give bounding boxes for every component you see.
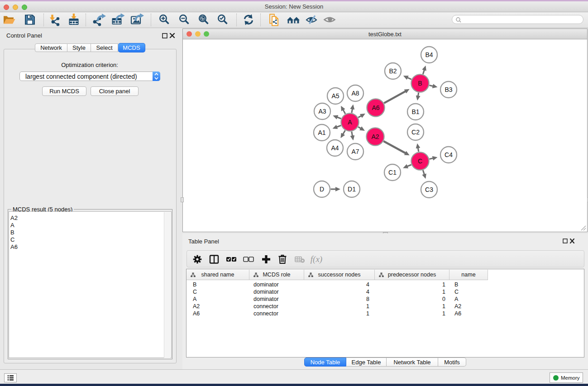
svg-text:C: C: [418, 157, 422, 165]
svg-text:B1: B1: [411, 108, 419, 115]
svg-text:C3: C3: [425, 186, 433, 193]
svg-text:A2: A2: [371, 133, 379, 140]
svg-text:D: D: [320, 186, 324, 193]
svg-text:B2: B2: [389, 67, 397, 75]
svg-text:A5: A5: [331, 92, 339, 100]
svg-text:D1: D1: [348, 186, 356, 193]
svg-text:A3: A3: [318, 108, 326, 115]
svg-text:A7: A7: [351, 148, 359, 155]
svg-text:C4: C4: [445, 151, 453, 158]
svg-text:A1: A1: [318, 129, 325, 136]
svg-text:A6: A6: [372, 104, 379, 111]
svg-text:A: A: [348, 119, 352, 126]
svg-text:B: B: [418, 80, 422, 87]
svg-text:B3: B3: [445, 86, 452, 93]
svg-text:f(x): f(x): [311, 254, 322, 264]
svg-text:B4: B4: [425, 51, 433, 58]
svg-text:C2: C2: [411, 129, 420, 136]
svg-text:A4: A4: [331, 144, 339, 152]
svg-text:A8: A8: [351, 90, 359, 97]
svg-text:C1: C1: [388, 169, 397, 176]
